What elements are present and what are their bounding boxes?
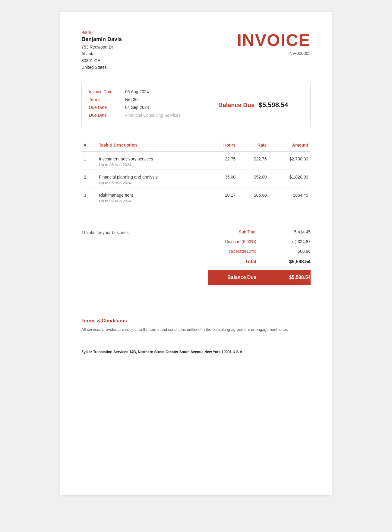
table-row: 2 Financial planning and analysis Up to …: [81, 169, 311, 188]
subject-value: Financial Consulting Services: [125, 113, 181, 118]
table-row: 3 Risk management Up to 05 Aug 2024 10.1…: [81, 188, 311, 206]
item-desc-1: Investment advisory services Up to 05 Au…: [96, 151, 208, 170]
balance-due-header-amount: $5,598.54: [259, 101, 288, 109]
item-subtitle-3: Up to 05 Aug 2024: [99, 199, 206, 203]
footer: Zylker Translation Services 14B, Norther…: [81, 345, 311, 354]
balance-due-final-label: Balance Due: [208, 275, 256, 280]
discount-label: Discount(6.00%): [208, 239, 256, 244]
due-date-value: 04 Sep 2024: [125, 105, 149, 110]
subtotal-label: Sub Total: [208, 230, 256, 234]
summary-wrapper: Thanks for your business. Sub Total 5,41…: [81, 218, 311, 288]
total-row: Total $5,598.54: [208, 256, 311, 268]
item-title-2: Financial planning and analysis: [99, 175, 206, 179]
footer-company-bold: Zylker Translation Services: [81, 350, 128, 354]
address-line4: United States: [81, 64, 122, 71]
subtotal-value: 5,414.45: [286, 230, 311, 234]
due-date-label: Due Date: [89, 105, 125, 110]
item-title-3: Risk management: [99, 193, 206, 198]
item-desc-3: Risk management Up to 05 Aug 2024: [96, 188, 208, 206]
invoice-title-section: INVOICE INV-000005: [237, 30, 311, 56]
col-rate: Rate: [238, 139, 269, 151]
subject-label: Due Date: [89, 113, 125, 118]
address-line3: 30301 GA: [81, 57, 122, 64]
invoice-date-value: 05 Aug 2024: [125, 89, 149, 94]
meta-left: Invoice Date 05 Aug 2024 Terms Net 30 Du…: [82, 83, 196, 127]
col-amount: Amount: [269, 139, 311, 151]
item-rate-1: $22.75: [238, 151, 269, 170]
footer-company-address: 14B, Northern Street Greater South Avenu…: [128, 350, 242, 354]
balance-due-final-row: Balance Due $5,598.54: [208, 270, 311, 285]
discount-row: Discount(6.00%) (-) 324.87: [208, 237, 311, 246]
tax-value: 508.96: [286, 249, 311, 254]
items-table: # Task & Description Hours Rate Amount 1…: [81, 139, 311, 206]
item-num-2: 2: [81, 169, 96, 188]
item-desc-2: Financial planning and analysis Up to 05…: [96, 169, 208, 188]
terms-value: Net 30: [125, 97, 138, 102]
meta-terms-row: Terms Net 30: [89, 97, 189, 102]
col-hash: #: [81, 139, 96, 151]
balance-due-final-value: $5,598.54: [286, 275, 311, 280]
invoice-title: INVOICE: [237, 30, 311, 50]
header-section: Bill To Benjamin Davis 753 Redwood Dr At…: [81, 30, 311, 71]
item-amount-3: $864.45: [269, 188, 311, 206]
client-name: Benjamin Davis: [81, 36, 122, 43]
meta-section: Invoice Date 05 Aug 2024 Terms Net 30 Du…: [81, 83, 311, 127]
invoice-number: INV-000005: [237, 51, 311, 56]
summary-table: Sub Total 5,414.45 Discount(6.00%) (-) 3…: [208, 227, 311, 285]
item-hours-1: 22.75: [208, 151, 238, 170]
bill-to-label: Bill To: [81, 30, 122, 35]
col-description: Task & Description: [96, 139, 208, 151]
invoice-container: Bill To Benjamin Davis 753 Redwood Dr At…: [60, 12, 332, 495]
item-hours-3: 10.17: [208, 188, 238, 206]
subtotal-row: Sub Total 5,414.45: [208, 227, 311, 237]
thanks-text: Thanks for your business.: [81, 227, 130, 235]
meta-right: Balance Due $5,598.54: [196, 83, 311, 127]
meta-due-date-row: Due Date 04 Sep 2024: [89, 105, 189, 110]
balance-due-header: Balance Due $5,598.54: [218, 102, 288, 108]
item-subtitle-1: Up to 05 Aug 2024: [99, 163, 206, 167]
item-amount-1: $2,730.00: [269, 151, 311, 170]
total-label: Total: [208, 259, 256, 264]
tax-label: Tax Rate(10%): [208, 249, 256, 254]
item-num-1: 1: [81, 151, 96, 170]
terms-text: All services provided are subject to the…: [81, 327, 311, 333]
tax-row: Tax Rate(10%) 508.96: [208, 246, 311, 256]
total-value: $5,598.54: [286, 259, 311, 264]
address-line2: Atlanta: [81, 50, 122, 57]
item-amount-2: $1,820.00: [269, 169, 311, 188]
balance-due-header-label: Balance Due: [218, 102, 254, 108]
bill-to-section: Bill To Benjamin Davis 753 Redwood Dr At…: [81, 30, 122, 71]
address-line1: 753 Redwood Dr: [81, 44, 122, 50]
item-rate-2: $52.00: [238, 169, 269, 188]
meta-invoice-date-row: Invoice Date 05 Aug 2024: [89, 89, 189, 94]
terms-title: Terms & Conditions: [81, 318, 311, 324]
invoice-date-label: Invoice Date: [89, 89, 125, 94]
item-title-1: Investment advisory services: [99, 157, 206, 161]
client-address: 753 Redwood Dr Atlanta 30301 GA United S…: [81, 44, 122, 71]
item-num-3: 3: [81, 188, 96, 206]
item-hours-2: 35.00: [208, 169, 238, 188]
col-hours: Hours: [208, 139, 238, 151]
terms-label: Terms: [89, 97, 125, 102]
balance-due-box: Balance Due $5,598.54: [218, 101, 288, 109]
meta-subject-row: Due Date Financial Consulting Services: [89, 113, 189, 118]
discount-value: (-) 324.87: [286, 239, 311, 244]
terms-section: Terms & Conditions All services provided…: [81, 312, 311, 333]
item-rate-3: $85.00: [238, 188, 269, 206]
item-subtitle-2: Up to 05 Aug 2024: [99, 181, 206, 185]
table-row: 1 Investment advisory services Up to 05 …: [81, 151, 311, 170]
